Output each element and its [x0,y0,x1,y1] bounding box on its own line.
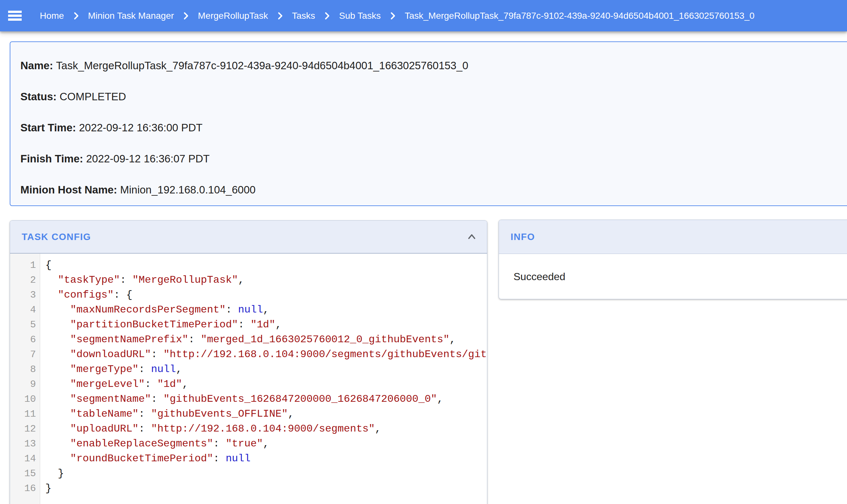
hamburger-bar [8,15,22,17]
detail-value: COMPLETED [59,91,126,103]
info-body-text: Succeeded [499,254,847,299]
collapse-button[interactable] [466,231,478,243]
code-line: } [45,481,487,496]
breadcrumb-link[interactable]: MergeRollupTask [198,11,268,21]
line-number: 15 [10,466,36,481]
line-number: 8 [10,362,36,377]
line-number-gutter: 12345678910111213141516 [10,254,40,504]
task-config-header: TASK CONFIG [10,221,487,254]
detail-value: 2022-09-12 16:36:07 PDT [86,153,210,165]
line-number: 4 [10,303,36,317]
code-line: "downloadURL": "http://192.168.0.104:900… [45,347,487,362]
line-number: 5 [10,317,36,332]
chevron-right-icon [71,11,81,21]
line-number: 12 [10,421,36,436]
line-number: 7 [10,347,36,362]
line-number: 6 [10,332,36,347]
task-details-panel: Name: Task_MergeRollupTask_79fa787c-9102… [10,41,847,206]
code-line: "mergeType": null, [45,362,487,377]
breadcrumb-link[interactable]: Sub Tasks [339,11,381,21]
breadcrumb-link[interactable]: Tasks [292,11,315,21]
detail-row: Finish Time: 2022-09-12 16:36:07 PDT [20,153,847,164]
breadcrumb-link[interactable]: Home [40,11,64,21]
menu-hamburger-icon[interactable] [8,11,22,21]
info-title: INFO [511,232,535,242]
code-line: { [45,258,487,273]
detail-label: Name: [20,59,56,72]
json-code: { "taskType": "MergeRollupTask", "config… [40,254,487,504]
line-number: 13 [10,436,36,451]
detail-value: 2022-09-12 16:36:00 PDT [79,122,203,133]
chevron-right-icon [181,11,191,21]
code-line: "roundBucketTimePeriod": null [45,451,487,466]
app-bar: HomeMinion Task ManagerMergeRollupTaskTa… [0,0,847,31]
code-line: "partitionBucketTimePeriod": "1d", [45,317,487,332]
line-number: 3 [10,288,36,303]
detail-label: Minion Host Name: [20,184,120,196]
detail-value: Minion_192.168.0.104_6000 [120,184,256,196]
hamburger-bar [8,18,22,21]
code-line: "tableName": "githubEvents_OFFLINE", [45,407,487,421]
task-config-card: TASK CONFIG 12345678910111213141516 { "t… [10,220,487,504]
line-number: 10 [10,392,36,407]
chevron-right-icon [388,11,398,21]
chevron-right-icon [322,11,332,21]
detail-row: Name: Task_MergeRollupTask_79fa787c-9102… [20,60,847,71]
breadcrumb-link[interactable]: Task_MergeRollupTask_79fa787c-9102-439a-… [405,11,755,21]
code-line: "configs": { [45,288,487,303]
detail-label: Status: [20,91,59,103]
line-number: 9 [10,377,36,392]
code-line: "uploadURL": "http://192.168.0.104:9000/… [45,421,487,436]
line-number: 14 [10,451,36,466]
task-config-code-editor[interactable]: 12345678910111213141516 { "taskType": "M… [10,254,487,504]
code-line: "enableReplaceSegments": "true", [45,436,487,451]
info-header: INFO [499,220,847,254]
detail-label: Finish Time: [20,153,86,165]
detail-label: Start Time: [20,122,79,133]
breadcrumb-link[interactable]: Minion Task Manager [88,11,174,21]
code-line: } [45,466,487,481]
detail-row: Status: COMPLETED [20,91,847,102]
code-line: "segmentNamePrefix": "merged_1d_16630257… [45,332,487,347]
info-card: INFO Succeeded [499,220,847,299]
breadcrumb: HomeMinion Task ManagerMergeRollupTaskTa… [40,11,759,21]
line-number: 11 [10,407,36,421]
detail-row: Minion Host Name: Minion_192.168.0.104_6… [20,184,847,195]
hamburger-bar [8,11,22,13]
line-number: 1 [10,258,36,273]
chevron-right-icon [275,11,285,21]
detail-value: Task_MergeRollupTask_79fa787c-9102-439a-… [56,59,468,72]
code-line: "maxNumRecordsPerSegment": null, [45,303,487,317]
detail-row: Start Time: 2022-09-12 16:36:00 PDT [20,122,847,133]
task-config-title: TASK CONFIG [22,232,91,242]
code-line: "taskType": "MergeRollupTask", [45,273,487,288]
chevron-up-icon [466,231,478,243]
line-number: 16 [10,481,36,496]
code-line: "segmentName": "githubEvents_16268472000… [45,392,487,407]
line-number: 2 [10,273,36,288]
code-line: "mergeLevel": "1d", [45,377,487,392]
